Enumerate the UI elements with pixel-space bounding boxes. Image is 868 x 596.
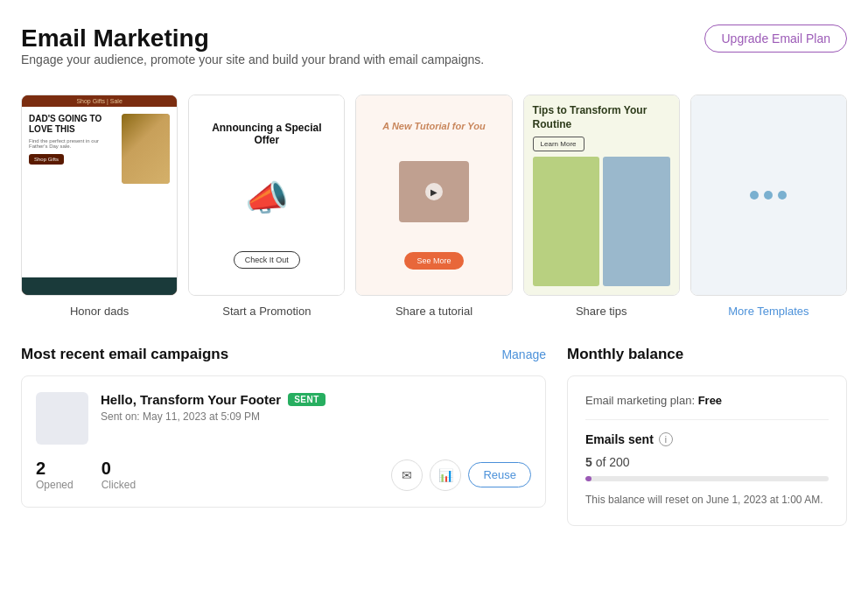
- tips-image-2: [603, 157, 670, 286]
- more-dots-decoration: [750, 191, 787, 200]
- campaign-card: Hello, Transform Your Footer SENT Sent o…: [21, 375, 546, 508]
- page-header: Email Marketing Engage your audience, pr…: [21, 25, 847, 88]
- campaigns-title: Most recent email campaigns: [21, 346, 228, 363]
- campaign-date: Sent on: May 11, 2023 at 5:09 PM: [101, 410, 531, 423]
- tutorial-image: ▶: [399, 161, 469, 222]
- tips-image-1: [533, 157, 600, 286]
- honor-dads-top-bar: Shop Gifts | Sale: [22, 95, 177, 107]
- campaign-top: Hello, Transform Your Footer SENT Sent o…: [36, 392, 531, 445]
- more-templates-thumb: [690, 95, 847, 296]
- emails-of: of: [596, 455, 610, 469]
- campaign-title-row: Hello, Transform Your Footer SENT: [101, 392, 531, 407]
- template-label-more-templates: More Templates: [728, 305, 808, 318]
- tutorial-cta: See More: [404, 252, 463, 270]
- campaign-stats-row: 2 Opened 0 Clicked ✉ 📊 Reus: [36, 459, 531, 491]
- emails-sent-label: Emails sent: [585, 432, 654, 446]
- campaigns-header: Most recent email campaigns Manage: [21, 346, 546, 363]
- page-subtitle: Engage your audience, promote your site …: [21, 53, 484, 67]
- campaign-name: Hello, Transform Your Footer: [101, 392, 281, 407]
- honor-dads-image: [122, 114, 170, 184]
- tips-cta: Learn More: [533, 137, 584, 151]
- templates-row: Shop Gifts | Sale DAD'S GOING TO LOVE TH…: [21, 95, 847, 318]
- balance-reset-note: This balance will reset on June 1, 2023 …: [585, 492, 829, 508]
- balance-section: Monthly balance Email marketing plan: Fr…: [567, 346, 847, 526]
- tips-title: Tips to Transform Your Routine: [533, 104, 670, 131]
- emails-total: 200: [609, 455, 629, 469]
- start-promotion-thumb: Announcing a Special Offer 📣 Check It Ou…: [188, 95, 345, 296]
- opened-label: Opened: [36, 479, 74, 491]
- info-icon[interactable]: i: [659, 432, 673, 446]
- sent-badge: SENT: [288, 393, 326, 406]
- bottom-section: Most recent email campaigns Manage Hello…: [21, 346, 847, 526]
- campaigns-section: Most recent email campaigns Manage Hello…: [21, 346, 546, 526]
- page-container: Email Marketing Engage your audience, pr…: [0, 0, 868, 547]
- stat-opened: 2 Opened: [36, 459, 74, 491]
- tips-images: [533, 157, 670, 286]
- template-card-share-tips[interactable]: Tips to Transform Your Routine Learn Mor…: [523, 95, 680, 318]
- bar-chart-icon: 📊: [438, 468, 453, 482]
- template-label-honor-dads: Honor dads: [70, 305, 129, 318]
- play-icon: ▶: [425, 183, 443, 200]
- template-card-share-tutorial[interactable]: A New Tutorial for You ▶ See More Share …: [355, 95, 512, 318]
- campaign-info: Hello, Transform Your Footer SENT Sent o…: [101, 392, 531, 423]
- plan-prefix: Email marketing plan:: [585, 394, 695, 407]
- envelope-icon: ✉: [402, 468, 412, 482]
- promo-megaphone-icon: 📣: [245, 178, 289, 219]
- stat-clicked: 0 Clicked: [102, 459, 136, 491]
- template-label-share-tutorial: Share a tutorial: [396, 305, 472, 318]
- promo-cta: Check It Out: [234, 251, 300, 269]
- template-label-share-tips: Share tips: [576, 305, 627, 318]
- template-card-start-promotion[interactable]: Announcing a Special Offer 📣 Check It Ou…: [188, 95, 345, 318]
- honor-dads-cta: Shop Gifts: [29, 154, 64, 165]
- plan-row: Email marketing plan: Free: [585, 394, 829, 420]
- emails-sent-row: Emails sent i: [585, 432, 829, 446]
- template-card-honor-dads[interactable]: Shop Gifts | Sale DAD'S GOING TO LOVE TH…: [21, 95, 178, 318]
- page-title: Email Marketing: [21, 25, 484, 53]
- emails-used: 5: [585, 455, 592, 469]
- balance-card: Email marketing plan: Free Emails sent i…: [567, 375, 847, 526]
- honor-dads-footer: [22, 277, 177, 295]
- promo-title: Announcing a Special Offer: [200, 122, 333, 146]
- share-tutorial-thumb: A New Tutorial for You ▶ See More: [355, 95, 512, 296]
- emails-count: 5 of 200: [585, 455, 829, 469]
- tutorial-title: A New Tutorial for You: [382, 121, 485, 131]
- email-action-button[interactable]: ✉: [391, 459, 423, 491]
- template-label-start-promotion: Start a Promotion: [222, 305, 311, 318]
- honor-dads-desc: Find the perfect present in our Father's…: [29, 138, 118, 149]
- emails-progress-bar: [585, 476, 829, 481]
- balance-title: Monthly balance: [567, 346, 847, 363]
- chart-action-button[interactable]: 📊: [430, 459, 461, 491]
- clicked-label: Clicked: [102, 479, 136, 491]
- honor-dads-headline: DAD'S GOING TO LOVE THIS: [29, 114, 118, 135]
- template-card-more-templates[interactable]: More Templates: [690, 95, 847, 318]
- manage-link[interactable]: Manage: [501, 347, 546, 361]
- campaign-thumbnail: [36, 392, 88, 445]
- upgrade-button[interactable]: Upgrade Email Plan: [704, 25, 847, 53]
- campaign-actions: ✉ 📊 Reuse: [391, 459, 531, 491]
- reuse-button[interactable]: Reuse: [468, 462, 531, 487]
- honor-dads-thumb: Shop Gifts | Sale DAD'S GOING TO LOVE TH…: [21, 95, 178, 296]
- title-group: Email Marketing Engage your audience, pr…: [21, 25, 484, 88]
- share-tips-thumb: Tips to Transform Your Routine Learn Mor…: [523, 95, 680, 296]
- plan-name: Free: [698, 394, 722, 407]
- clicked-count: 0: [102, 459, 136, 479]
- opened-count: 2: [36, 459, 74, 479]
- emails-progress-fill: [585, 476, 592, 481]
